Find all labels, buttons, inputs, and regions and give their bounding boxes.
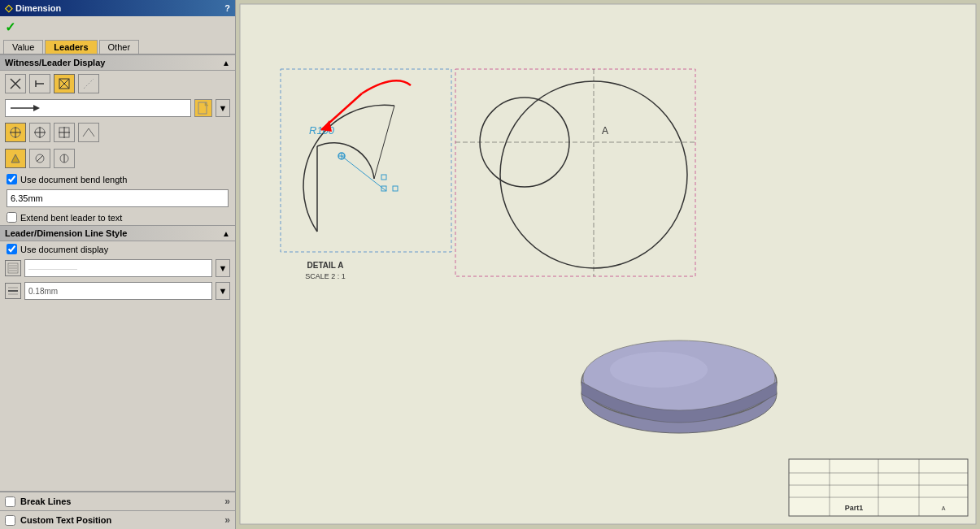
tab-value[interactable]: Value bbox=[3, 40, 43, 54]
drawing-svg: R100 DETAIL A SCALE 2 : 1 A bbox=[236, 0, 980, 529]
circle-btn-1[interactable] bbox=[5, 123, 26, 142]
extend-bent-checkbox[interactable] bbox=[7, 212, 17, 223]
file-icon bbox=[194, 99, 212, 117]
svg-line-7 bbox=[84, 79, 94, 89]
witness-collapse-btn[interactable]: ▲ bbox=[222, 59, 230, 67]
line-thickness-display: 0.18mm bbox=[24, 282, 212, 300]
svg-text:A: A bbox=[942, 505, 946, 511]
custom-text-expand-icon: » bbox=[224, 514, 230, 526]
use-doc-display-label: Use document display bbox=[20, 245, 108, 254]
center-mark-label: A bbox=[602, 125, 608, 137]
use-doc-display-checkbox[interactable] bbox=[7, 244, 17, 254]
break-lines-label: Break Lines bbox=[20, 496, 71, 506]
svg-marker-21 bbox=[11, 154, 20, 163]
extend-bent-label: Extend bent leader to text bbox=[20, 213, 122, 223]
break-lines-expand-icon: » bbox=[224, 496, 230, 507]
svg-text:Part1: Part1 bbox=[845, 504, 864, 512]
witness-btn-2[interactable] bbox=[29, 74, 50, 93]
break-lines-section[interactable]: Break Lines » bbox=[0, 492, 235, 510]
arrow-row: ▼ bbox=[0, 97, 235, 119]
circle-btn-4[interactable] bbox=[78, 123, 99, 142]
bend-value-input[interactable]: 6.35mm bbox=[7, 189, 229, 207]
lower-icons-row bbox=[0, 145, 235, 171]
circle-btn-2[interactable] bbox=[29, 123, 50, 142]
help-button[interactable]: ? bbox=[224, 3, 230, 13]
leader-dim-collapse-btn[interactable]: ▲ bbox=[222, 229, 230, 238]
confirm-button[interactable]: ✓ bbox=[5, 20, 15, 34]
svg-point-53 bbox=[610, 352, 708, 388]
line-style-row2: 0.18mm ▼ bbox=[0, 280, 235, 302]
dimension-icon: ◇ bbox=[5, 2, 12, 14]
panel-title: Dimension bbox=[15, 3, 61, 13]
bend-value-row: 6.35mm bbox=[0, 187, 235, 210]
witness-leader-title: Witness/Leader Display bbox=[5, 58, 105, 67]
main-drawing-area: R100 DETAIL A SCALE 2 : 1 A bbox=[236, 0, 980, 529]
break-lines-checkbox[interactable] bbox=[5, 496, 15, 507]
use-doc-bend-label: Use document bend length bbox=[20, 175, 127, 184]
arrow-dropdown-btn[interactable]: ▼ bbox=[216, 99, 230, 117]
detail-label: DETAIL A bbox=[307, 261, 344, 270]
svg-marker-9 bbox=[33, 105, 40, 111]
circle-btn-3[interactable] bbox=[54, 123, 75, 142]
detail-scale: SCALE 2 : 1 bbox=[305, 272, 346, 280]
circle-icons-row bbox=[0, 119, 235, 145]
leader-dim-style-title: Leader/Dimension Line Style bbox=[5, 228, 127, 238]
panel-content: Witness/Leader Display ▲ bbox=[0, 54, 235, 491]
title-bar: ◇ Dimension ? bbox=[0, 0, 235, 16]
left-panel: ◇ Dimension ? ✓ Value Leaders Other Witn… bbox=[0, 0, 236, 529]
use-doc-bend-row: Use document bend length bbox=[0, 171, 235, 187]
lower-btn-3[interactable] bbox=[54, 149, 75, 168]
extend-bent-row: Extend bent leader to text bbox=[0, 210, 235, 225]
bottom-sections: Break Lines » Custom Text Position » bbox=[0, 491, 235, 529]
tab-other[interactable]: Other bbox=[99, 40, 140, 54]
arrow-type-display bbox=[5, 99, 191, 117]
custom-text-checkbox[interactable] bbox=[5, 515, 15, 526]
use-doc-bend-checkbox[interactable] bbox=[7, 174, 17, 184]
custom-text-label: Custom Text Position bbox=[20, 515, 111, 525]
line-thickness-dropdown[interactable]: ▼ bbox=[216, 282, 230, 300]
witness-btn-3[interactable] bbox=[54, 74, 75, 93]
svg-line-23 bbox=[37, 155, 43, 162]
tab-leaders[interactable]: Leaders bbox=[45, 40, 97, 54]
checkmark-row: ✓ bbox=[0, 16, 235, 38]
leader-dim-style-header: Leader/Dimension Line Style ▲ bbox=[0, 225, 235, 241]
line-weight-display: —————— bbox=[24, 259, 212, 277]
lower-btn-1[interactable] bbox=[5, 149, 26, 168]
witness-leader-section-header: Witness/Leader Display ▲ bbox=[0, 54, 235, 71]
line-weight-dropdown[interactable]: ▼ bbox=[216, 259, 230, 277]
line-style-icon2 bbox=[5, 283, 21, 299]
line-style-row1: —————— ▼ bbox=[0, 257, 235, 280]
use-doc-display-row: Use document display bbox=[0, 241, 235, 257]
tabs-row: Value Leaders Other bbox=[0, 38, 235, 54]
line-style-icon1 bbox=[5, 260, 21, 276]
witness-btn-1[interactable] bbox=[5, 74, 26, 93]
custom-text-position-section[interactable]: Custom Text Position » bbox=[0, 510, 235, 529]
witness-btn-4[interactable] bbox=[78, 74, 99, 93]
lower-btn-2[interactable] bbox=[29, 149, 50, 168]
witness-icons-row1 bbox=[0, 71, 235, 97]
